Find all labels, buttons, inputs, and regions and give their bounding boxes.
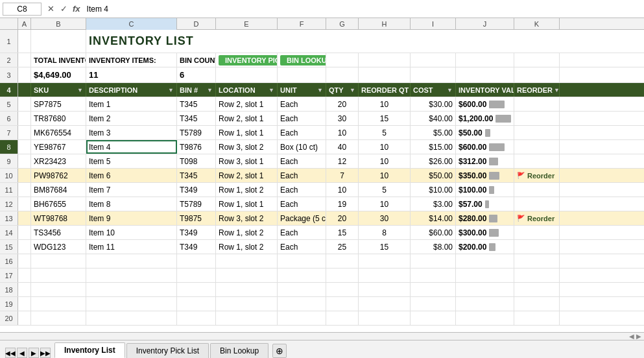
cell-bin-8[interactable]: T9875 bbox=[177, 211, 216, 225]
cell-ref-box[interactable] bbox=[3, 3, 42, 16]
tab-inventory-list[interactable]: Inventory List bbox=[54, 342, 125, 358]
cell-bin-3[interactable]: T9876 bbox=[177, 140, 216, 154]
cell-qty-7[interactable]: 19 bbox=[326, 197, 359, 211]
cell-loc-8[interactable]: Row 3, slot 2 bbox=[216, 211, 278, 225]
cell-qty-8[interactable]: 20 bbox=[326, 211, 359, 225]
cell-qty-5[interactable]: 7 bbox=[326, 169, 359, 182]
cell-qty-2[interactable]: 10 bbox=[326, 126, 359, 139]
col-header-c[interactable]: C bbox=[86, 18, 177, 30]
cell-bin-10[interactable]: T349 bbox=[177, 240, 216, 254]
cell-loc-0[interactable]: Row 2, slot 1 bbox=[216, 97, 278, 111]
col-header-h[interactable]: H bbox=[359, 18, 411, 30]
cell-sku-3[interactable]: YE98767 bbox=[31, 140, 86, 154]
cell-sku-8[interactable]: WT98768 bbox=[31, 211, 86, 225]
cell-qty-6[interactable]: 10 bbox=[326, 183, 359, 197]
cell-reorder-qty-0[interactable]: 10 bbox=[359, 97, 411, 111]
cell-cost-9[interactable]: $60.00 bbox=[411, 226, 456, 239]
cell-loc-6[interactable]: Row 1, slot 2 bbox=[216, 183, 278, 197]
cell-desc-1[interactable]: Item 2 bbox=[86, 112, 177, 125]
cell-sku-4[interactable]: XR23423 bbox=[31, 154, 86, 168]
header-desc[interactable]: DESCRIPTION ▼ bbox=[86, 83, 177, 97]
cell-unit-6[interactable]: Each bbox=[278, 183, 326, 197]
cell-qty-10[interactable]: 25 bbox=[326, 240, 359, 254]
cell-unit-3[interactable]: Box (10 ct) bbox=[278, 140, 326, 154]
cell-loc-10[interactable]: Row 1, slot 2 bbox=[216, 240, 278, 254]
cell-bin-7[interactable]: T5789 bbox=[177, 197, 216, 211]
cell-reorder-qty-9[interactable]: 8 bbox=[359, 226, 411, 239]
cell-desc-6[interactable]: Item 7 bbox=[86, 183, 177, 197]
cell-sku-9[interactable]: TS3456 bbox=[31, 226, 86, 239]
cell-bin-4[interactable]: T098 bbox=[177, 154, 216, 168]
cell-desc-0[interactable]: Item 1 bbox=[86, 97, 177, 111]
tab-nav-prev[interactable]: ◀ bbox=[17, 348, 27, 358]
cell-reorder-qty-2[interactable]: 5 bbox=[359, 126, 411, 139]
cell-cost-6[interactable]: $10.00 bbox=[411, 183, 456, 197]
col-header-a[interactable]: A bbox=[18, 18, 31, 30]
cell-loc-5[interactable]: Row 2, slot 1 bbox=[216, 169, 278, 182]
header-bin[interactable]: BIN # ▼ bbox=[177, 83, 216, 97]
tab-nav-next[interactable]: ▶ bbox=[29, 348, 39, 358]
cell-reorder-qty-3[interactable]: 10 bbox=[359, 140, 411, 154]
cell-bin-1[interactable]: T345 bbox=[177, 112, 216, 125]
tab-nav-right[interactable]: ▶▶ bbox=[40, 348, 51, 358]
cell-loc-2[interactable]: Row 1, slot 1 bbox=[216, 126, 278, 139]
col-header-i[interactable]: I bbox=[411, 18, 456, 30]
cell-sku-10[interactable]: WDG123 bbox=[31, 240, 86, 254]
cell-reorder-qty-10[interactable]: 15 bbox=[359, 240, 411, 254]
cell-cost-5[interactable]: $50.00 bbox=[411, 169, 456, 182]
cell-unit-9[interactable]: Each bbox=[278, 226, 326, 239]
cell-reorder-qty-8[interactable]: 30 bbox=[359, 211, 411, 225]
col-header-b[interactable]: B bbox=[31, 18, 86, 30]
cell-desc-3[interactable]: Item 4 bbox=[86, 140, 177, 154]
cell-cost-7[interactable]: $3.00 bbox=[411, 197, 456, 211]
cell-sku-0[interactable]: SP7875 bbox=[31, 97, 86, 111]
header-inv-val[interactable]: INVENTORY VAL ▼ bbox=[456, 83, 514, 97]
cell-desc-10[interactable]: Item 11 bbox=[86, 240, 177, 254]
cell-qty-9[interactable]: 15 bbox=[326, 226, 359, 239]
header-cost[interactable]: COST ▼ bbox=[411, 83, 456, 97]
cell-reorder-qty-4[interactable]: 10 bbox=[359, 154, 411, 168]
confirm-icon[interactable]: ✓ bbox=[57, 3, 70, 16]
col-header-j[interactable]: J bbox=[456, 18, 514, 30]
cell-unit-5[interactable]: Each bbox=[278, 169, 326, 182]
cell-sku-1[interactable]: TR87680 bbox=[31, 112, 86, 125]
cell-desc-7[interactable]: Item 8 bbox=[86, 197, 177, 211]
cell-desc-4[interactable]: Item 5 bbox=[86, 154, 177, 168]
cell-unit-10[interactable]: Each bbox=[278, 240, 326, 254]
cell-bin-9[interactable]: T349 bbox=[177, 226, 216, 239]
cell-cost-2[interactable]: $5.00 bbox=[411, 126, 456, 139]
cell-bin-5[interactable]: T345 bbox=[177, 169, 216, 182]
col-header-k[interactable]: K bbox=[514, 18, 560, 30]
cell-unit-7[interactable]: Each bbox=[278, 197, 326, 211]
cell-sku-7[interactable]: BH67655 bbox=[31, 197, 86, 211]
header-qty[interactable]: QTY ▼ bbox=[326, 83, 359, 97]
cell-qty-3[interactable]: 40 bbox=[326, 140, 359, 154]
header-unit[interactable]: UNIT ▼ bbox=[278, 83, 326, 97]
cell-qty-1[interactable]: 30 bbox=[326, 112, 359, 125]
cell-cost-8[interactable]: $14.00 bbox=[411, 211, 456, 225]
cell-unit-8[interactable]: Package (5 ct) bbox=[278, 211, 326, 225]
cell-qty-0[interactable]: 20 bbox=[326, 97, 359, 111]
cell-bin-6[interactable]: T349 bbox=[177, 183, 216, 197]
inventory-pick-list-button[interactable]: INVENTORY PICK LIST bbox=[219, 55, 278, 66]
cell-cost-4[interactable]: $26.00 bbox=[411, 154, 456, 168]
cell-cost-3[interactable]: $15.00 bbox=[411, 140, 456, 154]
cell-reorder-qty-5[interactable]: 10 bbox=[359, 169, 411, 182]
add-sheet-button[interactable]: ⊕ bbox=[272, 344, 287, 358]
cell-unit-4[interactable]: Each bbox=[278, 154, 326, 168]
cell-unit-0[interactable]: Each bbox=[278, 97, 326, 111]
cell-loc-4[interactable]: Row 3, slot 1 bbox=[216, 154, 278, 168]
col-header-g[interactable]: G bbox=[326, 18, 359, 30]
col-header-f[interactable]: F bbox=[278, 18, 326, 30]
cell-unit-2[interactable]: Each bbox=[278, 126, 326, 139]
header-reorder-qty[interactable]: REORDER QT ▼ bbox=[359, 83, 411, 97]
cell-cost-1[interactable]: $40.00 bbox=[411, 112, 456, 125]
cell-sku-5[interactable]: PW98762 bbox=[31, 169, 86, 182]
header-loc[interactable]: LOCATION ▼ bbox=[216, 83, 278, 97]
cell-loc-9[interactable]: Row 1, slot 2 bbox=[216, 226, 278, 239]
col-header-e[interactable]: E bbox=[216, 18, 278, 30]
cell-loc-1[interactable]: Row 2, slot 1 bbox=[216, 112, 278, 125]
tab-bin-lookup[interactable]: Bin Lookup bbox=[210, 343, 268, 358]
cell-bin-0[interactable]: T345 bbox=[177, 97, 216, 111]
cell-desc-2[interactable]: Item 3 bbox=[86, 126, 177, 139]
